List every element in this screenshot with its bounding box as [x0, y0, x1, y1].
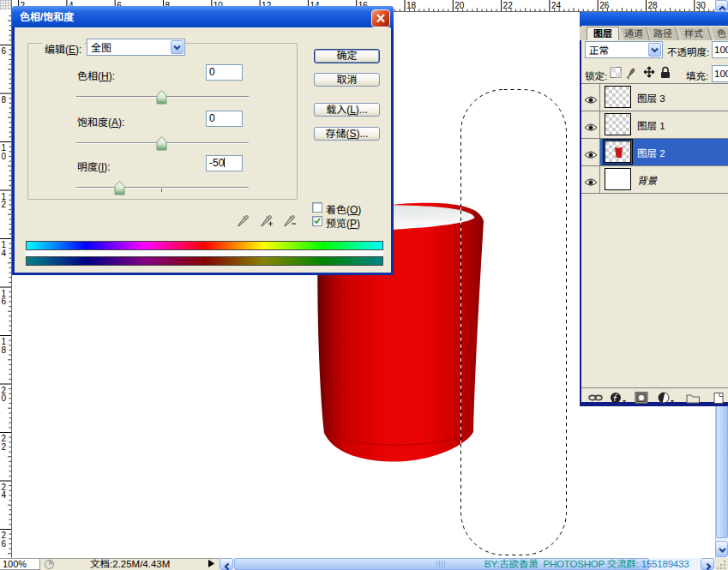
svg-text:2: 2: [2, 200, 7, 209]
svg-text:18: 18: [406, 1, 417, 10]
svg-text:8: 8: [2, 95, 7, 105]
svg-text:6: 6: [2, 539, 7, 549]
svg-text:6: 6: [2, 46, 7, 56]
svg-text:20: 20: [454, 1, 465, 10]
svg-text:28: 28: [648, 1, 659, 10]
svg-text:6: 6: [2, 297, 7, 306]
svg-text:24: 24: [551, 1, 562, 10]
svg-text:0: 0: [2, 393, 7, 403]
svg-text:26: 26: [599, 1, 610, 10]
svg-text:4: 4: [2, 249, 7, 258]
svg-text:2: 2: [2, 442, 7, 452]
svg-text:4: 4: [2, 490, 7, 500]
svg-text:8: 8: [2, 345, 7, 355]
svg-text:30: 30: [696, 1, 707, 10]
svg-text:0: 0: [2, 152, 7, 161]
svg-text:22: 22: [503, 1, 514, 10]
